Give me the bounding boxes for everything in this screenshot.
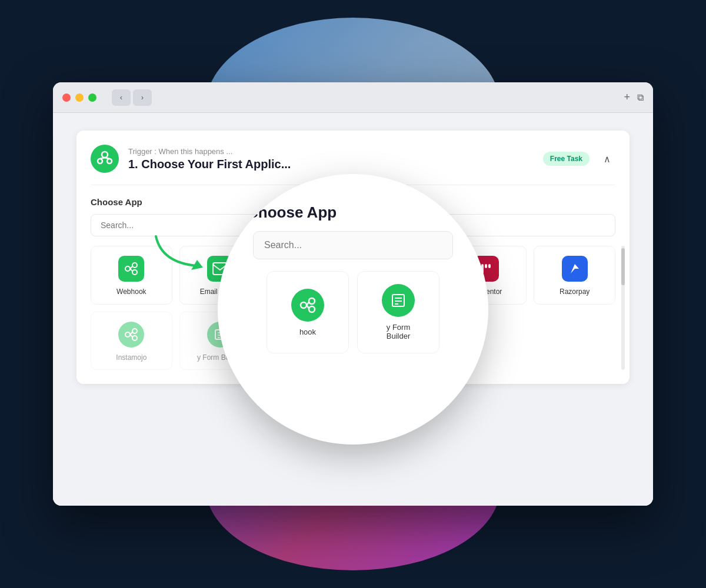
- svg-point-31: [309, 298, 315, 304]
- close-button[interactable]: [62, 93, 71, 102]
- modal-webhook-label: hook: [299, 328, 316, 336]
- browser-titlebar: ‹ › + ⧉: [53, 82, 653, 113]
- choose-app-modal: Choose App: [218, 174, 488, 445]
- green-arrow: [144, 228, 221, 280]
- modal-overlay: Choose App: [53, 113, 653, 506]
- traffic-lights: [62, 93, 96, 102]
- modal-app-form-builder[interactable]: y FormBuilder: [357, 271, 439, 353]
- svg-line-34: [307, 305, 309, 308]
- minimize-button[interactable]: [75, 93, 84, 102]
- nav-buttons: ‹ ›: [112, 89, 152, 106]
- modal-formbuilder-label: y FormBuilder: [387, 323, 410, 340]
- browser-actions: + ⧉: [624, 91, 644, 103]
- fullscreen-button[interactable]: [88, 93, 96, 102]
- svg-point-30: [301, 302, 307, 308]
- back-button[interactable]: ‹: [112, 89, 131, 106]
- browser-window: ‹ › + ⧉: [53, 82, 653, 506]
- modal-title: Choose App: [241, 203, 337, 222]
- modal-webhook-icon: [291, 289, 324, 322]
- add-tab-icon[interactable]: +: [624, 91, 630, 103]
- modal-app-webhook[interactable]: hook: [267, 271, 349, 353]
- duplicate-tab-icon[interactable]: ⧉: [637, 92, 644, 103]
- modal-search-input[interactable]: [253, 231, 453, 259]
- svg-point-32: [309, 306, 315, 312]
- modal-formbuilder-icon: [382, 284, 415, 317]
- svg-line-33: [307, 302, 309, 305]
- modal-apps-row: hook y FormBuilder: [267, 271, 439, 353]
- forward-button[interactable]: ›: [133, 89, 152, 106]
- browser-content: Trigger : When this happens ... 1. Choos…: [53, 113, 653, 506]
